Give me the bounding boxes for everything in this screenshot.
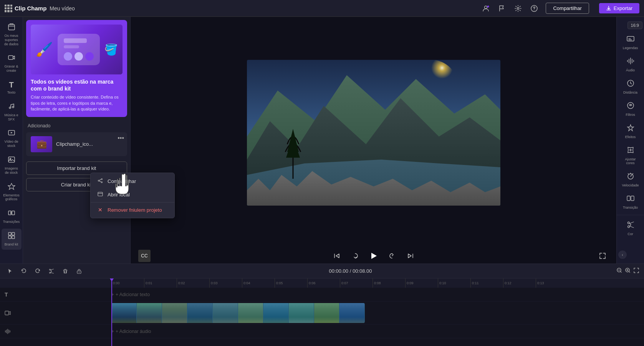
audio-track-label	[0, 328, 111, 334]
right-panel-collapse-button[interactable]: ‹	[618, 250, 627, 259]
timeline-toolbar: 00:00.00 / 00:08.00	[0, 264, 644, 278]
sidebar-item-transitions[interactable]: Transições	[2, 206, 22, 227]
sidebar-item-record-label: Gravar & create	[3, 64, 20, 73]
ruler-mark-1: 0:01	[144, 278, 177, 288]
svg-rect-10	[8, 157, 15, 162]
sidebar-item-stock-video[interactable]: Vídeo de stock	[2, 126, 22, 151]
forward-button[interactable]	[386, 250, 398, 262]
delete-button[interactable]	[60, 266, 71, 277]
svg-point-4	[534, 10, 535, 10]
skip-back-button[interactable]	[331, 250, 343, 262]
right-item-colors[interactable]: Ajustar cores	[619, 143, 642, 168]
brand-kit-icon	[8, 232, 15, 241]
right-item-captions[interactable]: Legendas	[619, 31, 642, 53]
flag-icon[interactable]	[497, 4, 507, 13]
audio-track-icon	[5, 328, 11, 334]
ruler-mark-8: 0:08	[372, 278, 405, 288]
profile-icon[interactable]	[481, 4, 490, 13]
right-item-cut[interactable]: Cor	[619, 217, 642, 239]
grid-icon[interactable]	[5, 5, 12, 12]
context-open-label: Abrir local	[108, 192, 130, 198]
cut-clip-button[interactable]	[46, 266, 57, 277]
clip-thumb-9	[314, 303, 339, 323]
stock-video-icon	[8, 129, 15, 138]
fullscreen-button[interactable]	[596, 250, 609, 262]
settings-icon[interactable]	[513, 4, 523, 13]
app-grid-icon[interactable]	[5, 5, 12, 12]
right-item-filters[interactable]: Filtros	[619, 98, 642, 120]
video-track-icon	[5, 310, 11, 316]
sidebar-item-graphics[interactable]: Elementos gráficos	[2, 180, 22, 205]
svg-point-35	[630, 105, 631, 106]
context-open[interactable]: Abrir local	[91, 188, 174, 201]
remove-context-icon: ✕	[97, 207, 104, 213]
fit-button[interactable]	[633, 267, 639, 275]
item-options-button[interactable]: •••	[118, 135, 124, 142]
ruler-mark-12: 0:12	[503, 278, 536, 288]
sidebar-item-brand-kit[interactable]: Brand kit	[2, 229, 22, 250]
right-item-transition[interactable]: Transição	[619, 191, 642, 213]
panel-item[interactable]: 💼 Clipchamp_ico... •••	[26, 132, 127, 156]
sidebar-item-stock-images[interactable]: Imagens de stock	[2, 153, 22, 178]
sidebar-item-music[interactable]: Música e SFX	[2, 99, 22, 125]
ruler-mark-3: 0:03	[209, 278, 242, 288]
sidebar-item-transitions-label: Transições	[3, 220, 20, 224]
svg-point-21	[101, 182, 103, 183]
aspect-ratio-selector[interactable]: 16:9	[627, 21, 642, 29]
right-item-distance[interactable]: Distância	[619, 76, 642, 97]
sidebar-item-files[interactable]: Os meus suportes de dados	[2, 20, 22, 49]
svg-marker-31	[371, 253, 377, 259]
zoom-out-button[interactable]	[616, 267, 622, 275]
share-button[interactable]: Compartilhar	[546, 3, 589, 14]
record-icon	[8, 54, 15, 63]
rewind-button[interactable]	[349, 250, 361, 262]
promo-card: 🖌️ 🪣 Todos os vídeos estão na marca com …	[26, 20, 127, 117]
ruler-mark-10: 0:10	[438, 278, 470, 288]
undo-button[interactable]	[18, 266, 29, 277]
colors-label: Ajustar cores	[621, 157, 641, 165]
context-share-label: Compartilhar	[108, 178, 136, 184]
audio-label: Áudio	[626, 68, 635, 72]
timeline-time-display: 00:00.00 / 00:08.00	[88, 268, 613, 274]
play-button[interactable]	[368, 250, 380, 262]
audio-track-content[interactable]: + + Adicionar áudio	[111, 325, 644, 338]
svg-marker-12	[8, 183, 15, 189]
context-remove[interactable]: ✕ Remover fniulem projeto	[91, 203, 174, 216]
text-track-content[interactable]: + + Adicionar texto	[111, 288, 644, 301]
lock-button[interactable]	[74, 266, 84, 277]
ruler-mark-0: 0:00	[111, 278, 144, 288]
add-text-placeholder[interactable]: + + Adicionar texto	[111, 292, 150, 297]
context-share[interactable]: Compartilhar	[91, 175, 174, 188]
transitions-icon	[8, 209, 15, 219]
svg-rect-17	[8, 236, 11, 239]
zoom-in-button[interactable]	[625, 267, 631, 275]
video-track-content[interactable]	[111, 302, 644, 325]
music-icon	[8, 102, 15, 112]
sidebar-item-music-label: Música e SFX	[3, 113, 20, 122]
sidebar-item-record[interactable]: Gravar & create	[2, 51, 22, 76]
sidebar-item-text[interactable]: T Texto	[2, 77, 22, 98]
video-clip[interactable]	[111, 303, 365, 323]
right-item-speed[interactable]: Velocidade	[619, 169, 642, 190]
skip-forward-button[interactable]	[404, 250, 417, 262]
svg-point-44	[79, 272, 79, 272]
cc-toggle-button[interactable]: CC	[138, 250, 151, 262]
video-controls-container: CC	[131, 248, 616, 264]
clip-thumb-5	[213, 303, 238, 323]
right-item-audio[interactable]: Áudio	[619, 54, 642, 75]
transition-icon	[626, 194, 635, 204]
svg-rect-16	[12, 232, 15, 235]
redo-button[interactable]	[32, 266, 43, 277]
panel: 🖌️ 🪣 Todos os vídeos estão na marca com …	[23, 17, 131, 264]
help-icon[interactable]	[530, 4, 539, 13]
svg-point-20	[98, 180, 99, 181]
right-item-effects[interactable]: Efeitos	[619, 120, 642, 142]
svg-rect-47	[5, 311, 9, 315]
sidebar-item-stock-video-label: Vídeo de stock	[3, 140, 20, 148]
export-button[interactable]: Exportar	[599, 3, 639, 13]
svg-point-41	[50, 269, 51, 270]
text-icon: T	[9, 81, 13, 89]
playhead-triangle	[110, 278, 114, 282]
timeline-cursor-tool[interactable]	[5, 266, 15, 277]
add-audio-placeholder[interactable]: + + Adicionar áudio	[111, 329, 151, 334]
